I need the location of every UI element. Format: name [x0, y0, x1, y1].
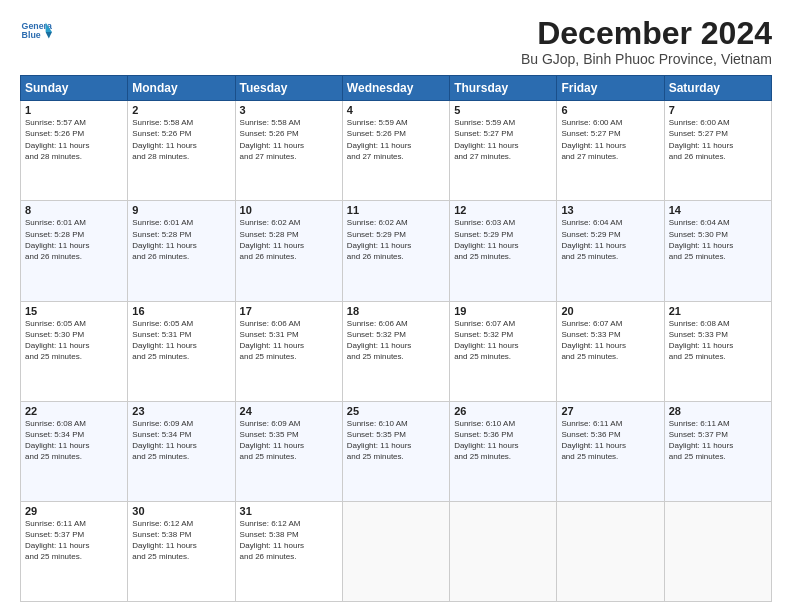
day-number: 9: [132, 204, 230, 216]
day-number: 14: [669, 204, 767, 216]
day-number: 25: [347, 405, 445, 417]
calendar-cell: 11Sunrise: 6:02 AM Sunset: 5:29 PM Dayli…: [342, 201, 449, 301]
calendar-cell: 17Sunrise: 6:06 AM Sunset: 5:31 PM Dayli…: [235, 301, 342, 401]
page: General Blue December 2024 Bu GJop, Binh…: [0, 0, 792, 612]
calendar-cell: 20Sunrise: 6:07 AM Sunset: 5:33 PM Dayli…: [557, 301, 664, 401]
calendar-day-header: Monday: [128, 76, 235, 101]
day-info: Sunrise: 6:10 AM Sunset: 5:36 PM Dayligh…: [454, 418, 552, 463]
calendar-header-row: SundayMondayTuesdayWednesdayThursdayFrid…: [21, 76, 772, 101]
calendar-week-row: 8Sunrise: 6:01 AM Sunset: 5:28 PM Daylig…: [21, 201, 772, 301]
calendar-cell: 5Sunrise: 5:59 AM Sunset: 5:27 PM Daylig…: [450, 101, 557, 201]
day-info: Sunrise: 6:02 AM Sunset: 5:28 PM Dayligh…: [240, 217, 338, 262]
day-info: Sunrise: 5:58 AM Sunset: 5:26 PM Dayligh…: [240, 117, 338, 162]
day-info: Sunrise: 6:12 AM Sunset: 5:38 PM Dayligh…: [132, 518, 230, 563]
calendar-cell: 19Sunrise: 6:07 AM Sunset: 5:32 PM Dayli…: [450, 301, 557, 401]
day-info: Sunrise: 6:09 AM Sunset: 5:35 PM Dayligh…: [240, 418, 338, 463]
calendar-cell: [557, 501, 664, 601]
calendar-cell: 13Sunrise: 6:04 AM Sunset: 5:29 PM Dayli…: [557, 201, 664, 301]
calendar-cell: 1Sunrise: 5:57 AM Sunset: 5:26 PM Daylig…: [21, 101, 128, 201]
day-info: Sunrise: 6:02 AM Sunset: 5:29 PM Dayligh…: [347, 217, 445, 262]
calendar-day-header: Tuesday: [235, 76, 342, 101]
day-number: 18: [347, 305, 445, 317]
day-number: 6: [561, 104, 659, 116]
calendar-cell: 22Sunrise: 6:08 AM Sunset: 5:34 PM Dayli…: [21, 401, 128, 501]
calendar-cell: 28Sunrise: 6:11 AM Sunset: 5:37 PM Dayli…: [664, 401, 771, 501]
calendar-cell: 7Sunrise: 6:00 AM Sunset: 5:27 PM Daylig…: [664, 101, 771, 201]
day-number: 10: [240, 204, 338, 216]
calendar-week-row: 15Sunrise: 6:05 AM Sunset: 5:30 PM Dayli…: [21, 301, 772, 401]
calendar-cell: 6Sunrise: 6:00 AM Sunset: 5:27 PM Daylig…: [557, 101, 664, 201]
day-info: Sunrise: 5:59 AM Sunset: 5:27 PM Dayligh…: [454, 117, 552, 162]
day-number: 5: [454, 104, 552, 116]
day-number: 3: [240, 104, 338, 116]
day-info: Sunrise: 6:06 AM Sunset: 5:32 PM Dayligh…: [347, 318, 445, 363]
calendar-cell: 8Sunrise: 6:01 AM Sunset: 5:28 PM Daylig…: [21, 201, 128, 301]
calendar-cell: 15Sunrise: 6:05 AM Sunset: 5:30 PM Dayli…: [21, 301, 128, 401]
day-number: 1: [25, 104, 123, 116]
calendar-cell: 14Sunrise: 6:04 AM Sunset: 5:30 PM Dayli…: [664, 201, 771, 301]
day-number: 21: [669, 305, 767, 317]
day-number: 29: [25, 505, 123, 517]
calendar-cell: [450, 501, 557, 601]
day-info: Sunrise: 6:08 AM Sunset: 5:34 PM Dayligh…: [25, 418, 123, 463]
day-info: Sunrise: 6:08 AM Sunset: 5:33 PM Dayligh…: [669, 318, 767, 363]
day-info: Sunrise: 6:01 AM Sunset: 5:28 PM Dayligh…: [132, 217, 230, 262]
day-number: 26: [454, 405, 552, 417]
day-info: Sunrise: 6:06 AM Sunset: 5:31 PM Dayligh…: [240, 318, 338, 363]
day-number: 4: [347, 104, 445, 116]
calendar-table: SundayMondayTuesdayWednesdayThursdayFrid…: [20, 75, 772, 602]
day-number: 30: [132, 505, 230, 517]
calendar-cell: 12Sunrise: 6:03 AM Sunset: 5:29 PM Dayli…: [450, 201, 557, 301]
calendar-day-header: Saturday: [664, 76, 771, 101]
calendar-cell: 26Sunrise: 6:10 AM Sunset: 5:36 PM Dayli…: [450, 401, 557, 501]
calendar-cell: 3Sunrise: 5:58 AM Sunset: 5:26 PM Daylig…: [235, 101, 342, 201]
calendar-week-row: 22Sunrise: 6:08 AM Sunset: 5:34 PM Dayli…: [21, 401, 772, 501]
calendar-cell: 24Sunrise: 6:09 AM Sunset: 5:35 PM Dayli…: [235, 401, 342, 501]
day-number: 20: [561, 305, 659, 317]
day-info: Sunrise: 6:04 AM Sunset: 5:29 PM Dayligh…: [561, 217, 659, 262]
calendar-week-row: 1Sunrise: 5:57 AM Sunset: 5:26 PM Daylig…: [21, 101, 772, 201]
day-info: Sunrise: 6:10 AM Sunset: 5:35 PM Dayligh…: [347, 418, 445, 463]
calendar-cell: 4Sunrise: 5:59 AM Sunset: 5:26 PM Daylig…: [342, 101, 449, 201]
calendar-day-header: Thursday: [450, 76, 557, 101]
day-info: Sunrise: 6:00 AM Sunset: 5:27 PM Dayligh…: [669, 117, 767, 162]
day-number: 2: [132, 104, 230, 116]
calendar-cell: 10Sunrise: 6:02 AM Sunset: 5:28 PM Dayli…: [235, 201, 342, 301]
day-info: Sunrise: 6:11 AM Sunset: 5:37 PM Dayligh…: [669, 418, 767, 463]
day-number: 15: [25, 305, 123, 317]
calendar-cell: 30Sunrise: 6:12 AM Sunset: 5:38 PM Dayli…: [128, 501, 235, 601]
day-info: Sunrise: 6:04 AM Sunset: 5:30 PM Dayligh…: [669, 217, 767, 262]
calendar-cell: 23Sunrise: 6:09 AM Sunset: 5:34 PM Dayli…: [128, 401, 235, 501]
calendar-cell: 18Sunrise: 6:06 AM Sunset: 5:32 PM Dayli…: [342, 301, 449, 401]
day-number: 27: [561, 405, 659, 417]
calendar-cell: 29Sunrise: 6:11 AM Sunset: 5:37 PM Dayli…: [21, 501, 128, 601]
day-number: 31: [240, 505, 338, 517]
day-number: 17: [240, 305, 338, 317]
logo-icon: General Blue: [20, 16, 52, 48]
day-info: Sunrise: 6:07 AM Sunset: 5:32 PM Dayligh…: [454, 318, 552, 363]
main-title: December 2024: [521, 16, 772, 51]
day-number: 13: [561, 204, 659, 216]
calendar-day-header: Friday: [557, 76, 664, 101]
calendar-week-row: 29Sunrise: 6:11 AM Sunset: 5:37 PM Dayli…: [21, 501, 772, 601]
day-number: 23: [132, 405, 230, 417]
calendar-cell: [342, 501, 449, 601]
day-info: Sunrise: 6:05 AM Sunset: 5:31 PM Dayligh…: [132, 318, 230, 363]
calendar-cell: 16Sunrise: 6:05 AM Sunset: 5:31 PM Dayli…: [128, 301, 235, 401]
calendar-cell: [664, 501, 771, 601]
day-number: 7: [669, 104, 767, 116]
calendar-day-header: Wednesday: [342, 76, 449, 101]
day-info: Sunrise: 6:07 AM Sunset: 5:33 PM Dayligh…: [561, 318, 659, 363]
calendar-cell: 31Sunrise: 6:12 AM Sunset: 5:38 PM Dayli…: [235, 501, 342, 601]
calendar-cell: 27Sunrise: 6:11 AM Sunset: 5:36 PM Dayli…: [557, 401, 664, 501]
title-block: December 2024 Bu GJop, Binh Phuoc Provin…: [521, 16, 772, 67]
day-info: Sunrise: 5:59 AM Sunset: 5:26 PM Dayligh…: [347, 117, 445, 162]
day-info: Sunrise: 6:01 AM Sunset: 5:28 PM Dayligh…: [25, 217, 123, 262]
calendar-cell: 9Sunrise: 6:01 AM Sunset: 5:28 PM Daylig…: [128, 201, 235, 301]
day-info: Sunrise: 6:12 AM Sunset: 5:38 PM Dayligh…: [240, 518, 338, 563]
calendar-day-header: Sunday: [21, 76, 128, 101]
day-number: 16: [132, 305, 230, 317]
day-number: 8: [25, 204, 123, 216]
day-info: Sunrise: 6:00 AM Sunset: 5:27 PM Dayligh…: [561, 117, 659, 162]
header: General Blue December 2024 Bu GJop, Binh…: [20, 16, 772, 67]
